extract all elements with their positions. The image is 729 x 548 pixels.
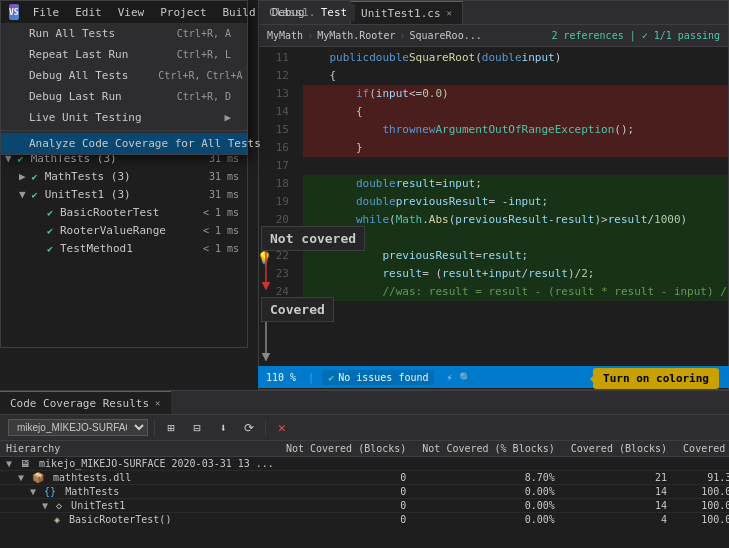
ln-16: 16 — [259, 139, 289, 157]
menu-item-analyze-coverage[interactable]: Analyze Code Coverage for All Tests — [1, 133, 247, 154]
tab-unittest1-close-icon[interactable]: ✕ — [447, 8, 452, 18]
coverage-results-table: Hierarchy Not Covered (Blocks) Not Cover… — [0, 441, 729, 524]
menu-item-run-all-label: Run All Tests — [29, 27, 115, 40]
coverage-row-root[interactable]: ▼ 🖥 mikejo_MIKEJO-SURFACE 2020-03-31 13 … — [0, 457, 729, 471]
checkmark-icon: ✔ — [328, 372, 334, 383]
breadcrumb-mymath[interactable]: MyMath — [267, 30, 303, 41]
code-line-16: } — [303, 139, 728, 157]
coverage-row-unittest1[interactable]: ▼ ◇ UnitTest1 0 0.00% 14 100.00% — [0, 499, 729, 513]
coverage-row-mathtests-cs-nc-blocks: 0 — [280, 485, 416, 499]
menu-item-repeat-last[interactable]: Repeat Last Run Ctrl+R, L — [1, 44, 247, 65]
test-item-label: UnitTest1 (3) — [45, 188, 183, 201]
stop-button[interactable]: ✕ — [272, 418, 292, 438]
collapse-all-button[interactable]: ⊟ — [187, 418, 207, 438]
menu-separator — [1, 130, 247, 131]
coverage-row-basicrootertest-c-blocks: 4 — [565, 513, 677, 525]
coverage-table-body: ▼ 🖥 mikejo_MIKEJO-SURFACE 2020-03-31 13 … — [0, 457, 729, 525]
covered-annotation: Covered — [261, 297, 334, 322]
expand-icon[interactable]: ▼ — [18, 472, 24, 483]
coverage-row-unittest1-nc-blocks: 0 — [280, 499, 416, 513]
menu-item-debug-last[interactable]: Debug Last Run Ctrl+R, D — [1, 86, 247, 107]
breadcrumb-sep-1: › — [307, 30, 313, 41]
ln-18: 18 — [259, 175, 289, 193]
menu-tab-edit[interactable]: Edit — [67, 4, 110, 21]
test-row[interactable]: ▼ ✔ UnitTest1 (3) 31 ms — [1, 185, 247, 203]
col-hierarchy[interactable]: Hierarchy — [0, 441, 280, 457]
col-not-covered-blocks[interactable]: Not Covered (Blocks) — [280, 441, 416, 457]
col-covered-blocks[interactable]: Covered (Blocks) — [565, 441, 677, 457]
expand-icon[interactable]: ▶ — [19, 170, 26, 183]
menu-item-debug-all[interactable]: Debug All Tests Ctrl+R, Ctrl+A — [1, 65, 247, 86]
test-pass-icon: ✔ — [43, 223, 57, 237]
test-pass-icon: ✔ — [43, 241, 57, 255]
coverage-row-mathtests-cs[interactable]: ▼ {} MathTests 0 0.00% 14 100.00% — [0, 485, 729, 499]
tab-unittest1[interactable]: UnitTest1.cs ✕ — [351, 1, 463, 24]
coverage-row-mathtests-dll[interactable]: ▼ 📦 mathtests.dll 0 8.70% 21 91.30% — [0, 471, 729, 485]
not-covered-annotation: Not covered — [261, 226, 365, 251]
coverage-row-mathtests-cs-c-blocks: 14 — [565, 485, 677, 499]
coverage-tab-label: Code Coverage Results — [10, 397, 149, 410]
coverage-row-mathtests-nc-pct: 8.70% — [416, 471, 564, 485]
code-line-21: { — [303, 229, 728, 247]
code-content-area[interactable]: public double SquareRoot(double input) {… — [295, 47, 728, 365]
expand-icon[interactable]: ▼ — [19, 188, 26, 201]
menu-tab-project[interactable]: Project — [152, 4, 214, 21]
menu-tab-debug[interactable]: Debug — [264, 4, 313, 21]
coverage-row-root-name: ▼ 🖥 mikejo_MIKEJO-SURFACE 2020-03-31 13 … — [0, 457, 280, 471]
menu-item-live-unit[interactable]: Live Unit Testing ▶ — [1, 107, 247, 128]
editor-breadcrumb: MyMath › MyMath.Rooter › SquareRoo... 2 … — [259, 25, 728, 47]
coverage-row-mathtests-dll-name: ▼ 📦 mathtests.dll — [0, 471, 280, 485]
breadcrumb-squareroot[interactable]: SquareRoo... — [409, 30, 481, 41]
breadcrumb-rooter[interactable]: MyMath.Rooter — [317, 30, 395, 41]
menu-item-run-all[interactable]: Run All Tests Ctrl+R, A — [1, 23, 247, 44]
coverage-row-basicrootertest[interactable]: ◈ BasicRooterTest() 0 0.00% 4 100.00% — [0, 513, 729, 525]
test-row[interactable]: ▶ ✔ MathTests (3) 31 ms — [1, 167, 247, 185]
turn-on-coloring-button[interactable]: Turn on coloring — [593, 368, 719, 389]
col-not-covered-pct[interactable]: Not Covered (% Blocks) — [416, 441, 564, 457]
zoom-level: 110 % — [266, 372, 296, 383]
menu-tab-build[interactable]: Build — [215, 4, 264, 21]
coverage-results-tab[interactable]: Code Coverage Results ✕ — [0, 391, 171, 414]
expand-icon[interactable]: ▼ — [42, 500, 48, 511]
test-pass-icon: ✔ — [28, 169, 42, 183]
ln-14: 14 — [259, 103, 289, 121]
status-sep: | — [308, 372, 314, 383]
code-line-23: result = (result + input / result) / 2; — [303, 265, 728, 283]
refresh-button[interactable]: ⟳ — [239, 418, 259, 438]
ref-info-label: 2 references | ✓ 1/1 passing — [551, 30, 720, 41]
coverage-row-mathtests-nc-blocks: 0 — [280, 471, 416, 485]
menu-tab-view[interactable]: View — [110, 4, 153, 21]
ln-12: 12 — [259, 67, 289, 85]
expand-all-button[interactable]: ⊞ — [161, 418, 181, 438]
expand-icon[interactable]: ▼ — [6, 458, 12, 469]
coverage-row-basicrootertest-c-pct: 100.00% — [677, 513, 729, 525]
test-item-label: MathTests (3) — [45, 170, 183, 183]
breadcrumb-sep-2: › — [399, 30, 405, 41]
vs-logo-icon: VS — [9, 4, 19, 20]
menu-tab-file[interactable]: File — [25, 4, 68, 21]
test-row[interactable]: ✔ BasicRooterTest < 1 ms — [1, 203, 247, 221]
lightbulb-icon: 💡 — [259, 249, 272, 267]
test-row[interactable]: ✔ RooterValueRange < 1 ms — [1, 221, 247, 239]
method-icon: ◈ — [54, 514, 60, 524]
expand-icon[interactable]: ▼ — [30, 486, 36, 497]
export-button[interactable]: ⬇ — [213, 418, 233, 438]
coverage-row-mathtests-cs-name: ▼ {} MathTests — [0, 485, 280, 499]
status-icons: ⚡ 🔍 — [446, 372, 470, 383]
col-covered-pct[interactable]: Covered (% — [677, 441, 729, 457]
coverage-run-selector[interactable]: mikejo_MIKEJO-SURFACE 2020-03-31 13.4... — [8, 419, 148, 436]
coverage-row-root-c-pct — [677, 457, 729, 471]
coverage-row-mathtests-cs-c-pct: 100.00% — [677, 485, 729, 499]
test-item-label: RooterValueRange — [60, 224, 183, 237]
menu-tab-test[interactable]: Test — [313, 4, 356, 21]
coverage-tab-close-icon[interactable]: ✕ — [155, 398, 160, 408]
covered-label: Covered — [270, 302, 325, 317]
test-row[interactable]: ✔ TestMethod1 < 1 ms — [1, 239, 247, 257]
code-line-13: if (input <= 0.0) — [303, 85, 728, 103]
test-pass-icon: ✔ — [28, 187, 42, 201]
coverage-row-basicrootertest-nc-blocks: 0 — [280, 513, 416, 525]
coverage-row-mathtests-c-pct: 91.30% — [677, 471, 729, 485]
code-line-11: public double SquareRoot(double input) — [303, 49, 728, 67]
coverage-toolbar: mikejo_MIKEJO-SURFACE 2020-03-31 13.4...… — [0, 415, 729, 441]
test-duration-value: < 1 ms — [183, 207, 243, 218]
